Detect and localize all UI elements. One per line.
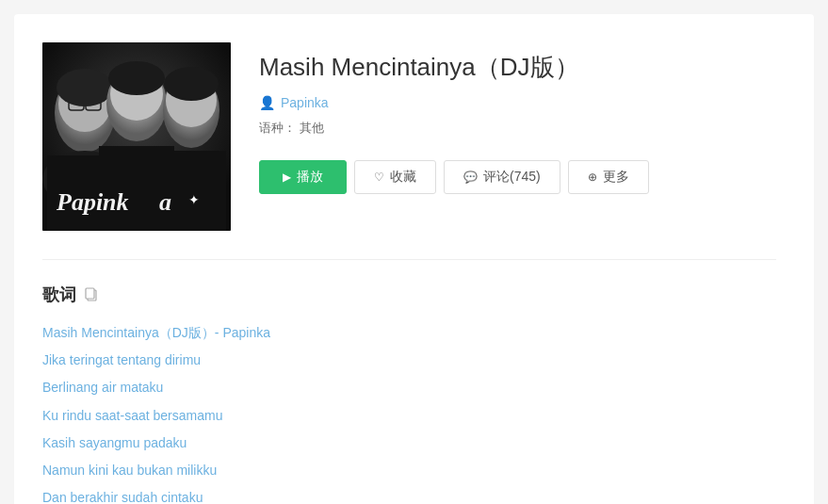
top-section: Papink a ✦ Masih Mencintainya（DJ版） 👤 Pap…: [42, 42, 776, 231]
action-buttons: ▶ 播放 ♡ 收藏 💬 评论(745) ⊕ 更多: [259, 160, 776, 194]
collect-label: 收藏: [390, 169, 416, 186]
play-button[interactable]: ▶ 播放: [259, 160, 347, 194]
heart-icon: ♡: [374, 171, 384, 184]
album-art-svg: Papink a ✦: [42, 42, 231, 231]
collect-button[interactable]: ♡ 收藏: [354, 160, 436, 194]
main-container: Papink a ✦ Masih Mencintainya（DJ版） 👤 Pap…: [14, 14, 814, 504]
svg-point-12: [108, 61, 165, 95]
svg-point-16: [164, 67, 219, 101]
album-cover: Papink a ✦: [42, 42, 231, 231]
comment-icon: 💬: [463, 171, 478, 184]
svg-text:✦: ✦: [188, 192, 200, 207]
more-label: 更多: [603, 169, 629, 186]
lyrics-lines: Masih Mencintainya（DJ版）- PapinkaJika ter…: [42, 321, 776, 504]
lyric-line[interactable]: Berlinang air mataku: [42, 376, 776, 399]
lyrics-title: 歌词: [42, 284, 76, 306]
svg-point-7: [57, 69, 113, 106]
lyric-line[interactable]: Jika teringat tentang dirimu: [42, 349, 776, 372]
lyrics-section: 歌词 Masih Mencintainya（DJ版）- PapinkaJika …: [42, 279, 776, 504]
language-label: 语种：: [259, 121, 296, 135]
lyric-line[interactable]: Dan berakhir sudah cintaku: [42, 486, 776, 504]
lyric-line[interactable]: Namun kini kau bukan milikku: [42, 459, 776, 482]
comment-button[interactable]: 💬 评论(745): [444, 160, 560, 194]
artist-name[interactable]: Papinka: [281, 95, 329, 110]
info-section: Masih Mencintainya（DJ版） 👤 Papinka 语种： 其他…: [259, 42, 776, 231]
svg-text:Papink: Papink: [56, 188, 129, 216]
section-divider: [42, 259, 776, 260]
album-cover-image: Papink a ✦: [42, 42, 231, 231]
lyrics-header: 歌词: [42, 284, 776, 306]
svg-rect-22: [86, 288, 94, 299]
lyric-line[interactable]: Ku rindu saat-saat bersamamu: [42, 404, 776, 428]
person-icon: 👤: [259, 95, 275, 110]
more-button[interactable]: ⊕ 更多: [568, 160, 649, 194]
artist-row: 👤 Papinka: [259, 95, 776, 110]
copy-icon[interactable]: [84, 286, 99, 304]
language-row: 语种： 其他: [259, 120, 776, 137]
song-title: Masih Mencintainya（DJ版）: [259, 52, 776, 84]
language-value: 其他: [300, 121, 324, 135]
svg-text:a: a: [159, 188, 171, 216]
lyric-line[interactable]: Masih Mencintainya（DJ版）- Papinka: [42, 321, 776, 345]
play-label: 播放: [297, 169, 323, 186]
more-icon: ⊕: [588, 171, 597, 184]
play-icon: ▶: [283, 171, 291, 184]
lyric-line[interactable]: Kasih sayangmu padaku: [42, 431, 776, 455]
comment-label: 评论(745): [483, 169, 541, 186]
